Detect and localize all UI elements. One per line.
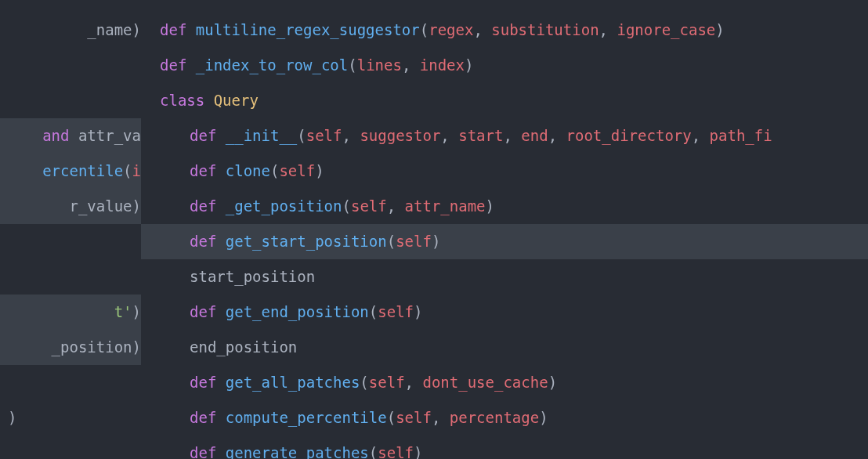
outline-item[interactable]: def clone(self) (141, 154, 868, 189)
function-name: _index_to_row_col (196, 54, 348, 77)
paren: ) (486, 195, 494, 218)
paren: ) (432, 230, 440, 253)
function-name: get_start_position (226, 230, 387, 253)
code-line[interactable]: _name) (0, 13, 141, 48)
outline-item-property[interactable]: start_position (141, 259, 868, 295)
paren: ( (342, 195, 350, 218)
paren: ) (414, 442, 422, 459)
param: attr_name (405, 195, 486, 218)
function-name: get_all_patches (226, 371, 360, 394)
blank-line (0, 48, 141, 83)
keyword-def: def (190, 230, 226, 253)
code-token: r_value (69, 195, 132, 218)
comma: , (402, 54, 420, 77)
property-name: end_position (190, 336, 297, 359)
paren: ) (132, 336, 141, 359)
paren: ) (539, 407, 548, 429)
keyword-def: def (190, 195, 226, 218)
param: root_directory (566, 125, 692, 147)
function-name: generate_patches (226, 442, 369, 459)
left-editor-pane[interactable]: _name) and attr_va ercentile(i r_value) … (0, 0, 141, 459)
code-line[interactable]: t') (0, 295, 141, 330)
param: substitution (491, 19, 599, 42)
outline-item[interactable]: def _get_position(self, attr_name) (141, 189, 868, 224)
paren: ( (348, 54, 356, 77)
keyword-class: class (160, 89, 214, 112)
blank-line (0, 259, 141, 295)
keyword-def: def (190, 442, 226, 459)
code-token: _name (87, 19, 132, 42)
function-name: compute_percentile (226, 407, 387, 429)
outline-item[interactable]: def get_all_patches(self, dont_use_cache… (141, 365, 868, 400)
comma: , (473, 19, 491, 42)
paren: ( (420, 19, 429, 42)
param-self: self (378, 301, 414, 323)
blank-line (0, 83, 141, 118)
paren: ) (548, 371, 557, 394)
param: percentage (450, 407, 539, 429)
keyword-def: def (190, 160, 226, 183)
keyword-def: def (190, 301, 226, 323)
outline-item-property[interactable]: end_position (141, 330, 868, 365)
param: end (521, 125, 548, 147)
paren: ( (369, 301, 378, 323)
param: regex (429, 19, 473, 42)
function-name: get_end_position (226, 301, 369, 323)
param: i (132, 160, 141, 183)
outline-item-selected[interactable]: def get_start_position(self) (141, 224, 868, 259)
comma: , (503, 125, 521, 147)
function-name: multiline_regex_suggestor (196, 19, 420, 42)
comma: , (405, 371, 423, 394)
param-self: self (306, 125, 342, 147)
param-self: self (378, 442, 414, 459)
keyword-and: and (42, 125, 69, 147)
code-line[interactable]: ) (0, 400, 141, 436)
function-name: __init__ (226, 125, 298, 147)
param: index (420, 54, 465, 77)
comma: , (432, 407, 450, 429)
outline-item[interactable]: def __init__(self, suggestor, start, end… (141, 118, 868, 154)
paren: ) (132, 19, 141, 42)
blank-line (0, 365, 141, 400)
outline-item[interactable]: def _index_to_row_col(lines, index) (141, 48, 868, 83)
comma: , (440, 125, 458, 147)
paren: ( (123, 160, 132, 183)
paren: ) (132, 195, 141, 218)
function-name: _get_position (226, 195, 342, 218)
class-name: Query (214, 89, 259, 112)
code-token: _position (52, 336, 132, 359)
param-self: self (396, 407, 432, 429)
keyword-def: def (190, 407, 226, 429)
param-self: self (396, 230, 432, 253)
param-self: self (279, 160, 315, 183)
code-line[interactable]: ercentile(i (0, 154, 141, 189)
code-line[interactable]: r_value) (0, 189, 141, 224)
code-line[interactable]: and attr_va (0, 118, 141, 154)
paren: ) (414, 301, 422, 323)
property-name: start_position (190, 266, 315, 288)
comma: , (342, 125, 360, 147)
outline-item[interactable]: def get_end_position(self) (141, 295, 868, 330)
comma: , (387, 195, 405, 218)
outline-item[interactable]: def generate_patches(self) (141, 436, 868, 459)
right-outline-pane[interactable]: def multiline_regex_suggestor(regex, sub… (141, 0, 868, 459)
keyword-def: def (160, 54, 196, 77)
param: ignore_case (617, 19, 715, 42)
outline-item[interactable]: def compute_percentile(self, percentage) (141, 400, 868, 436)
param-self: self (369, 371, 405, 394)
paren: ( (360, 371, 368, 394)
comma: , (599, 19, 617, 42)
keyword-def: def (190, 371, 226, 394)
paren: ( (369, 442, 378, 459)
param-self: self (351, 195, 387, 218)
paren: ( (297, 125, 306, 147)
outline-item[interactable]: def multiline_regex_suggestor(regex, sub… (141, 13, 868, 48)
param: path_fi (710, 125, 772, 147)
outline-item-class[interactable]: class Query (141, 83, 868, 118)
paren: ) (715, 19, 724, 42)
paren: ) (465, 54, 473, 77)
function-name: clone (226, 160, 270, 183)
code-line[interactable]: _position) (0, 330, 141, 365)
function-name: ercentile (42, 160, 123, 183)
string-token: t' (114, 301, 132, 323)
